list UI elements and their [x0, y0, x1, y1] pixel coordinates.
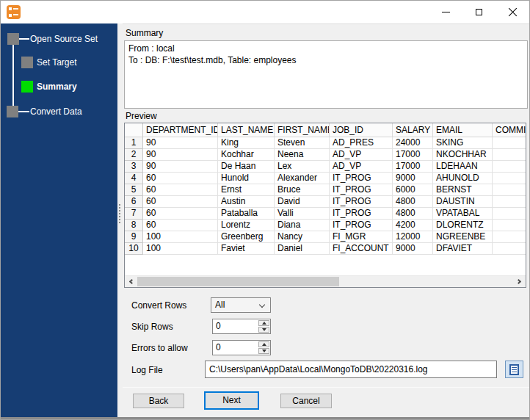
log-file-label: Log File	[131, 365, 163, 375]
step-marker-convert-data	[7, 106, 18, 117]
next-button[interactable]: Next	[204, 391, 259, 410]
table-cell: NGREENBE	[433, 231, 493, 243]
table-cell	[493, 173, 526, 184]
minimize-button[interactable]	[433, 1, 458, 23]
table-cell: 4200	[393, 220, 433, 231]
chevron-right-icon	[516, 279, 521, 284]
column-header-last-name[interactable]: LAST_NAME	[218, 123, 275, 137]
table-cell: 17000	[393, 149, 433, 161]
table-cell: AD_VP	[330, 149, 393, 161]
titlebar[interactable]	[1, 1, 529, 23]
table-cell: 9000	[393, 243, 433, 255]
table-row[interactable]: 190KingStevenAD_PRES24000SKING	[125, 137, 526, 149]
errors-decrement-button[interactable]	[258, 348, 269, 354]
convert-rows-label: Convert Rows	[131, 300, 186, 311]
column-header-commission[interactable]: COMMISSION_PCT	[493, 123, 526, 137]
table-cell: 90	[143, 161, 218, 173]
skip-rows-label: Skip Rows	[131, 322, 173, 332]
log-file-input[interactable]: C:\Users\pan\AppData\Local\MongoToDB\202…	[205, 361, 497, 378]
table-cell: Kochhar	[218, 149, 275, 161]
row-number-cell: 1	[125, 137, 143, 149]
table-cell: DLORENTZ	[433, 220, 493, 231]
table-cell: IT_PROG	[330, 173, 393, 184]
table-cell: David	[275, 196, 330, 208]
table-row[interactable]: 660AustinDavidIT_PROG4800DAUSTIN	[125, 196, 526, 208]
scroll-left-button[interactable]	[125, 276, 137, 287]
table-row[interactable]: 10100FavietDanielFI_ACCOUNT9000DFAVIET	[125, 243, 526, 255]
table-row[interactable]: 460HunoldAlexanderIT_PROG9000AHUNOLD	[125, 173, 526, 184]
maximize-button[interactable]	[466, 1, 491, 23]
table-row[interactable]: 560ErnstBruceIT_PROG6000BERNST	[125, 184, 526, 196]
table-cell: De Haan	[218, 161, 275, 173]
close-button[interactable]	[500, 1, 525, 23]
table-cell: 60	[143, 184, 218, 196]
table-cell: NKOCHHAR	[433, 149, 493, 161]
convert-rows-value: All	[215, 300, 225, 310]
scroll-right-button[interactable]	[513, 276, 526, 287]
arrow-down-icon	[262, 350, 266, 352]
table-cell: 24000	[393, 137, 433, 149]
column-header-salary[interactable]: SALARY	[393, 123, 433, 137]
column-header-job-id[interactable]: JOB_ID	[330, 123, 393, 137]
sidebar-splitter[interactable]	[117, 23, 123, 417]
window-bottom-border	[1, 417, 529, 419]
table-cell: Greenberg	[218, 231, 275, 243]
summary-line-to: To : DB: F:\test\test.mdb, Table: employ…	[128, 54, 523, 66]
summary-text-box: From : local To : DB: F:\test\test.mdb, …	[124, 40, 528, 109]
convert-rows-select[interactable]: All	[211, 297, 271, 313]
preview-table-header: DEPARTMENT_ID LAST_NAME FIRST_NAME JOB_I…	[125, 123, 526, 137]
step-connector-line	[12, 45, 14, 112]
sidebar-step-set-target: Set Target	[37, 57, 76, 68]
scrollbar-thumb[interactable]	[137, 277, 339, 286]
row-number-cell: 10	[125, 243, 143, 255]
sidebar-step-summary: Summary	[37, 82, 77, 93]
open-log-file-button[interactable]	[505, 361, 523, 378]
table-cell: 60	[143, 196, 218, 208]
table-cell: LDEHAAN	[433, 161, 493, 173]
arrow-up-icon	[262, 322, 266, 325]
column-header-department-id[interactable]: DEPARTMENT_ID	[143, 123, 218, 137]
step-connector-line	[18, 111, 29, 112]
table-row[interactable]: 290KochharNeenaAD_VP17000NKOCHHAR	[125, 149, 526, 161]
skip-rows-increment-button[interactable]	[258, 320, 269, 326]
skip-rows-stepper[interactable]: 0	[212, 319, 271, 334]
minimize-icon	[442, 12, 450, 12]
errors-increment-button[interactable]	[258, 341, 269, 347]
step-marker-set-target	[21, 57, 33, 68]
table-row[interactable]: 760PataballaValliIT_PROG4800VPATABAL	[125, 208, 526, 220]
table-row[interactable]: 390De HaanLexAD_VP17000LDEHAAN	[125, 161, 526, 173]
app-icon-detail	[13, 8, 18, 10]
table-cell: IT_PROG	[330, 196, 393, 208]
close-icon	[508, 7, 518, 17]
table-cell: 60	[143, 208, 218, 220]
cancel-button[interactable]: Cancel	[280, 394, 332, 408]
row-number-cell: 6	[125, 196, 143, 208]
table-row[interactable]: 860LorentzDianaIT_PROG4200DLORENTZ	[125, 220, 526, 231]
step-marker-summary-active	[21, 81, 33, 93]
table-cell	[493, 149, 526, 161]
back-button[interactable]: Back	[133, 394, 184, 408]
errors-to-allow-stepper[interactable]: 0	[212, 340, 271, 355]
table-cell: Hunold	[218, 173, 275, 184]
table-cell	[493, 137, 526, 149]
table-cell: Faviet	[218, 243, 275, 255]
table-cell: DAUSTIN	[433, 196, 493, 208]
table-cell: IT_PROG	[330, 220, 393, 231]
table-cell	[493, 196, 526, 208]
skip-rows-decrement-button[interactable]	[258, 327, 269, 333]
table-cell: 60	[143, 173, 218, 184]
table-cell: Valli	[275, 208, 330, 220]
table-cell: King	[218, 137, 275, 149]
column-header-rownum[interactable]	[125, 123, 143, 137]
document-icon	[509, 364, 519, 375]
table-cell: IT_PROG	[330, 208, 393, 220]
table-row[interactable]: 9100GreenbergNancyFI_MGR12000NGREENBE	[125, 231, 526, 243]
column-header-email[interactable]: EMAIL	[433, 123, 493, 137]
table-cell	[493, 208, 526, 220]
row-number-cell: 7	[125, 208, 143, 220]
horizontal-scrollbar[interactable]	[125, 275, 526, 287]
row-number-cell: 9	[125, 231, 143, 243]
column-header-first-name[interactable]: FIRST_NAME	[275, 123, 330, 137]
row-number-cell: 3	[125, 161, 143, 173]
table-cell: 12000	[393, 231, 433, 243]
